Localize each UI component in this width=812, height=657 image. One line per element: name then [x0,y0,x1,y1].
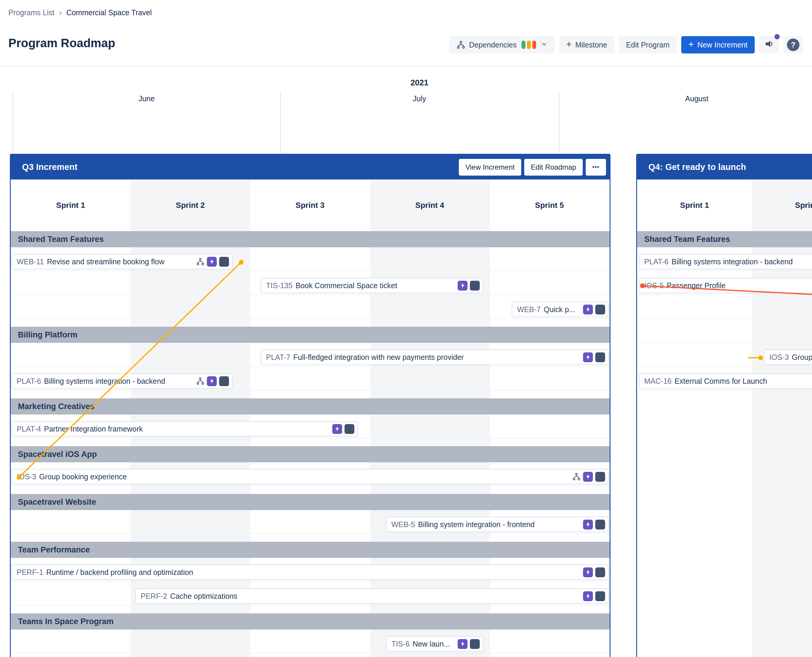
new-increment-label: New Increment [697,40,748,49]
lightning-icon [583,520,593,529]
issue-title: Billing systems integration - backend [672,257,812,266]
breadcrumb: Programs List › Commercial Space Travel [8,8,152,17]
sprint-header[interactable]: Sprint 2 [752,201,812,210]
issue-icons [583,520,605,529]
dependency-status-pills [521,40,536,49]
issue-icons [332,424,355,434]
issue-title: Revise and streamline booking flow [47,257,192,266]
issue-title: Full-fledged integration with new paymen… [294,353,579,362]
edit-program-label: Edit Program [626,40,670,49]
issue-title: Group booking experience [39,472,568,481]
lightning-icon [583,352,593,362]
swimlane-header-team-performance: Team Performance [11,542,610,558]
sprint-header[interactable]: Sprint 4 [370,201,490,210]
issue-title: Book Commercial Space ticket [296,281,453,290]
issue-bar-ios-3-q4[interactable]: IOS-3 Group booking experience [764,349,812,365]
issue-bar-web-7[interactable]: WEB-7 Quick p... [512,302,609,317]
sprint-header-row: Sprint 1 Sprint 2 [637,179,812,231]
issue-title: Billing system integration - frontend [418,520,579,529]
timeline-month-july: July [413,94,426,103]
edit-program-button[interactable]: Edit Program [619,36,677,53]
sprint-header[interactable]: Sprint 2 [131,201,250,210]
issue-bar-plat-7[interactable]: PLAT-7 Full-fledged integration with new… [261,349,609,365]
issue-key: TIS-135 [266,281,292,290]
timeline-gridline [280,91,281,154]
lightning-icon [583,472,593,482]
dependency-status-red [532,40,536,49]
notification-dot [775,34,780,39]
megaphone-icon [764,39,774,51]
issue-bar-plat-6[interactable]: PLAT-6 Billing systems integration - bac… [11,373,233,389]
issue-key: PLAT-4 [17,425,41,433]
issue-title: Group booking experience [792,353,812,362]
issue-icons [457,639,480,649]
timeline-month-june: June [138,94,155,103]
issue-bar-plat-4[interactable]: PLAT-4 Partner Integration framework [11,421,358,437]
announcements-button[interactable] [759,36,779,53]
help-button[interactable]: ? [783,36,803,53]
issue-bar-ios-5[interactable]: IOS-5 Passenger Profile [639,278,812,293]
issue-title: Billing systems integration - backend [44,377,192,386]
timeline-year: 2021 [411,78,428,87]
timeline-month-august: August [685,94,708,103]
breadcrumb-programs-list[interactable]: Programs List [8,8,54,17]
issue-type-icon [595,305,605,314]
chevron-down-icon [541,40,548,49]
sprint-header[interactable]: Sprint 5 [490,201,609,210]
view-increment-button[interactable]: View Increment [459,159,521,176]
issue-icons [457,281,480,291]
issue-title: Runtime / backend profiling and optimiza… [46,568,579,577]
swimlane-header-shared-team-features: Shared Team Features [637,231,812,247]
issue-icons [583,305,605,314]
increment-actions: View Increment Edit Roadmap ••• [459,159,606,176]
plus-icon: + [566,40,572,49]
page-title: Program Roadmap [8,36,115,50]
issue-title: Cache optimizations [170,592,579,601]
sprint-header[interactable]: Sprint 3 [250,201,370,210]
issue-bar-web-5[interactable]: WEB-5 Billing system integration - front… [386,517,609,532]
increment-panel-q3: Q3 Increment View Increment Edit Roadmap… [10,154,610,657]
issue-key: PERF-1 [17,568,43,577]
issue-key: MAC-16 [644,377,672,386]
issue-type-icon [595,520,605,529]
issue-bar-tis-6[interactable]: TIS-6 New laun... [386,636,483,652]
breadcrumb-separator-icon: › [59,9,62,17]
issue-key: IOS-5 [644,281,664,290]
increment-header-q4: Q4: Get ready to launch [637,155,812,179]
issue-bar-perf-2[interactable]: PERF-2 Cache optimizations [135,588,609,604]
plus-icon: + [688,40,694,49]
edit-roadmap-button[interactable]: Edit Roadmap [524,159,583,176]
lane-row: WEB-11 Revise and streamline booking flo… [11,247,610,271]
dependencies-label: Dependencies [469,40,517,49]
issue-bar-plat-6-q4[interactable]: PLAT-6 Billing systems integration - bac… [639,254,812,269]
sprint-header[interactable]: Sprint 1 [11,201,131,210]
lane-row: WEB-5 Billing system integration - front… [11,510,610,534]
lane-row: WEB-7 Quick p... [11,295,610,319]
issue-bar-ios-3[interactable]: IOS-3 Group booking experience [11,469,609,484]
swimlane-header-billing-platform: Billing Platform [11,327,610,343]
more-options-button[interactable]: ••• [586,159,606,176]
lane-row: PERF-2 Cache optimizations [11,582,610,606]
new-increment-button[interactable]: + New Increment [681,36,755,53]
issue-key: WEB-5 [391,520,415,529]
issue-type-icon [595,567,605,577]
lane-row: PLAT-4 Partner Integration framework [11,414,610,438]
lightning-icon [457,639,468,649]
toolbar: Dependencies + Milestone Edit Program + … [449,36,803,53]
issue-bar-tis-135[interactable]: TIS-135 Book Commercial Space ticket [261,278,483,293]
issue-key: WEB-11 [17,257,44,266]
issue-bar-perf-1[interactable]: PERF-1 Runtime / backend profiling and o… [11,564,609,580]
lane-row: IOS-5 Passenger Profile [637,271,812,295]
milestone-button[interactable]: + Milestone [559,36,614,53]
issue-bar-mac-16[interactable]: MAC-16 External Comms for Launch [639,373,812,389]
increment-header-q3: Q3 Increment View Increment Edit Roadmap… [11,155,610,179]
lightning-icon [332,424,342,434]
sprint-header[interactable]: Sprint 1 [637,201,752,210]
dependencies-button[interactable]: Dependencies [449,36,555,53]
dependency-icon [196,377,204,385]
lightning-icon [583,567,593,577]
issue-icons [583,567,605,577]
increment-panel-q4: Q4: Get ready to launch Sprint 1 Sprint … [636,154,812,657]
issue-bar-web-11[interactable]: WEB-11 Revise and streamline booking flo… [11,254,233,269]
lane-row: TIS-6 New laun... [11,629,610,654]
